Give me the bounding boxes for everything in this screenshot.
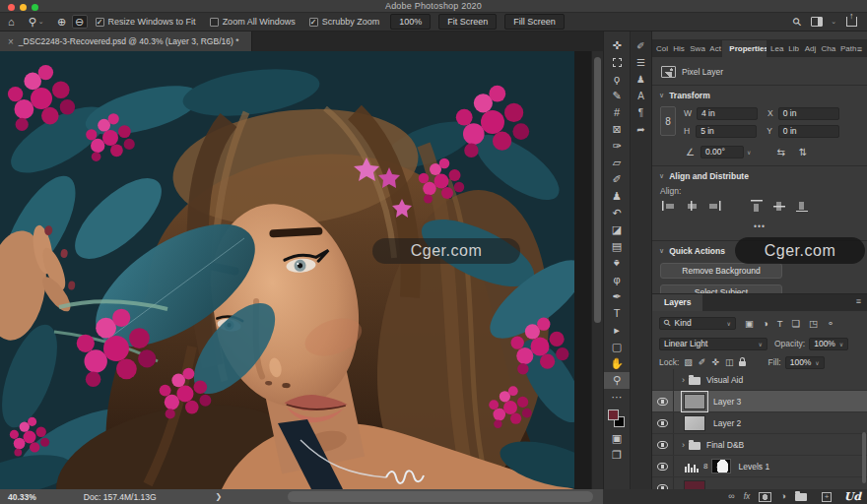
chevron-down-icon[interactable]: ∨ (659, 172, 664, 180)
frame-tool[interactable]: ⊠ (604, 121, 630, 138)
pen-tool[interactable]: ✒ (604, 288, 630, 305)
foreground-color-swatch[interactable] (608, 410, 619, 420)
shape-tool[interactable]: ▢ (604, 339, 630, 355)
tab-layers[interactable]: Layers (652, 294, 702, 311)
color-swatches[interactable] (604, 409, 630, 430)
share-icon[interactable] (846, 17, 857, 27)
visibility-cell[interactable] (652, 391, 674, 411)
search-icon[interactable]: ⚲ (790, 15, 805, 30)
zoom-all-windows-checkbox[interactable]: Zoom All Windows (210, 17, 296, 27)
paragraph-panel-icon[interactable]: ¶ (631, 104, 651, 121)
filter-pixel-layers-icon[interactable]: ▣ (745, 318, 754, 329)
align-top-icon[interactable] (750, 200, 764, 212)
chevron-down-icon[interactable]: ⌄ (831, 18, 836, 26)
gradient-tool[interactable]: ▤ (604, 238, 630, 255)
zoom-out-button[interactable]: ⊖ (72, 15, 88, 29)
screen-mode-button[interactable]: ❐ (604, 447, 630, 464)
lasso-tool[interactable]: ϙ (604, 71, 630, 88)
new-adjustment-layer-icon[interactable]: ◑ (780, 492, 785, 501)
layer-style-icon[interactable]: fx (744, 492, 751, 501)
canvas-horizontal-scrollbar[interactable] (288, 491, 593, 502)
tab-channels[interactable]: Cha (818, 40, 836, 57)
layer-row-layer-2[interactable]: Layer 2 (652, 412, 867, 434)
crop-tool[interactable]: # (604, 104, 630, 121)
tab-learn[interactable]: Lea (767, 40, 784, 57)
layer-row-partial[interactable] (652, 477, 867, 489)
filter-smart-objects-icon[interactable]: ◳ (809, 318, 818, 329)
close-tab-icon[interactable]: × (8, 36, 14, 47)
scrollbar-thumb[interactable] (594, 57, 601, 323)
workspace-icon[interactable] (811, 17, 823, 27)
chevron-down-icon[interactable]: ∨ (659, 92, 664, 99)
blend-mode-dropdown[interactable]: Linear Light ∨ (659, 338, 767, 350)
flip-vertical-icon[interactable]: ⇅ (799, 147, 807, 158)
fill-screen-button[interactable]: Fill Screen (504, 14, 565, 30)
y-input[interactable]: 0 in (778, 125, 839, 138)
zoom-tool-icon[interactable]: ⚲ (29, 17, 36, 28)
width-input[interactable]: 4 in (697, 107, 758, 120)
new-layer-icon[interactable] (822, 492, 832, 502)
lock-position-icon[interactable]: ✜ (711, 357, 719, 367)
type-tool[interactable]: T (604, 305, 630, 322)
clone-stamp-tool[interactable]: ♟ (604, 188, 630, 205)
layer-row-final-db[interactable]: › Final D&B (652, 434, 867, 456)
quick-selection-tool[interactable]: ✎ (604, 88, 630, 104)
chevron-right-icon[interactable]: › (682, 440, 685, 450)
chevron-down-icon[interactable]: ∨ (659, 247, 664, 255)
layer-thumbnail[interactable] (684, 480, 705, 490)
add-layer-mask-icon[interactable] (759, 492, 771, 502)
fill-input[interactable]: 100%∨ (785, 356, 825, 369)
brush-settings-icon[interactable]: ✐ (631, 37, 651, 54)
new-group-icon[interactable] (795, 493, 807, 501)
move-tool[interactable]: ✜ (604, 37, 630, 54)
quick-actions-title[interactable]: Quick Actions (669, 246, 725, 256)
lock-transparent-pixels-icon[interactable]: ▨ (684, 357, 693, 367)
history-brush-tool[interactable]: ↶ (604, 205, 630, 221)
lock-artboard-icon[interactable]: ◫ (725, 357, 734, 367)
chevron-down-icon[interactable]: ∨ (747, 149, 751, 156)
tab-libraries[interactable]: Lib (784, 40, 800, 57)
filter-toggle-icon[interactable]: ⚬ (827, 318, 834, 329)
layer-name[interactable]: Layer 2 (713, 418, 741, 428)
align-bottom-icon[interactable] (795, 200, 809, 212)
panel-menu-icon[interactable]: ≡ (857, 44, 862, 57)
share-panel-icon[interactable]: ➦ (631, 121, 651, 138)
zoom-tool[interactable]: ⚲ (604, 372, 630, 389)
visibility-cell[interactable] (652, 412, 674, 433)
lock-all-icon[interactable] (739, 361, 746, 366)
align-right-icon[interactable] (707, 200, 721, 212)
layer-row-levels-1[interactable]: 8 Levels 1 (652, 456, 867, 477)
eye-icon[interactable] (657, 398, 668, 406)
hand-tool[interactable]: ✋ (604, 355, 630, 372)
tab-actions[interactable]: Act (705, 40, 722, 57)
layer-row-visual-aid[interactable]: › Visual Aid (652, 369, 867, 391)
remove-background-button[interactable]: Remove Background (660, 263, 782, 279)
home-icon[interactable]: ⌂ (8, 17, 15, 28)
canvas-vertical-scrollbar[interactable] (591, 51, 603, 489)
transform-section-title[interactable]: Transform (669, 91, 710, 100)
layer-name[interactable]: Layer 3 (713, 397, 741, 407)
character-panel-icon[interactable]: A (631, 88, 651, 104)
filter-kind-dropdown[interactable]: ⚲ Kind ∨ (659, 317, 736, 330)
tab-swatches[interactable]: Swa (686, 40, 705, 57)
x-input[interactable]: 0 in (778, 107, 839, 120)
chevron-right-icon[interactable]: › (682, 375, 685, 385)
toolbar-ellipsis[interactable]: ⋯ (604, 389, 630, 406)
layer-row-layer-3[interactable]: Layer 3 (652, 391, 867, 412)
zoom-percentage[interactable]: 40.33% (8, 492, 36, 502)
levels-adjustment-icon[interactable] (684, 461, 700, 472)
visibility-cell[interactable] (652, 477, 674, 489)
layer-mask-thumbnail[interactable] (711, 459, 731, 473)
checkbox-icon[interactable]: ✓ (96, 18, 104, 27)
filter-shape-layers-icon[interactable]: ❏ (792, 318, 801, 329)
checkbox-icon[interactable]: ✓ (309, 18, 318, 27)
link-layers-icon[interactable]: ∞ (728, 492, 734, 501)
checkbox-icon[interactable] (210, 18, 219, 27)
brush-tool[interactable]: ✐ (604, 171, 630, 188)
layers-scrollbar-thumb[interactable] (862, 432, 866, 483)
layer-thumbnail[interactable] (684, 394, 705, 410)
tab-color[interactable]: Col (652, 40, 669, 57)
chevron-down-icon[interactable]: ⌄ (38, 18, 44, 26)
flip-horizontal-icon[interactable]: ⇆ (776, 147, 784, 158)
layer-thumbnail[interactable] (684, 415, 705, 431)
